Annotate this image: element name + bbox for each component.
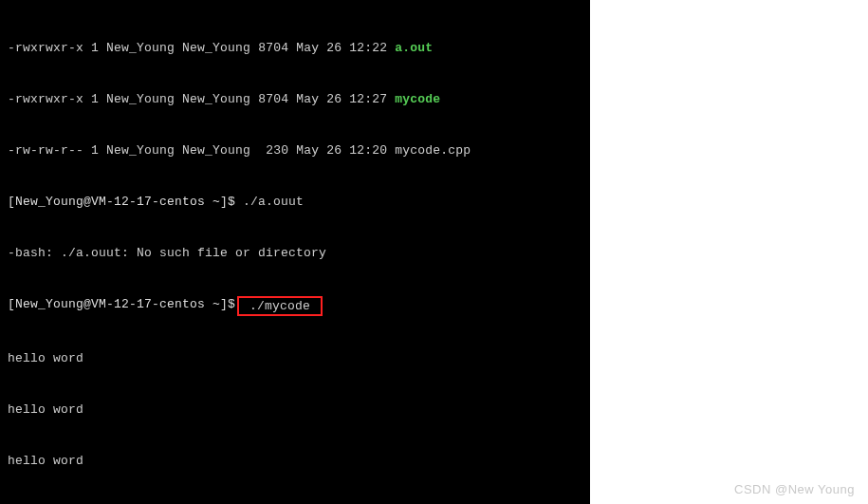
ls-row: -rwxrwxr-x 1 New_Young New_Young 8704 Ma… (8, 40, 582, 57)
output-row: hello word (8, 401, 582, 419)
highlighted-command: ./mycode (237, 296, 323, 316)
ls-row: -rw-rw-r-- 1 New_Young New_Young 230 May… (8, 142, 582, 159)
file-mycode-cpp: mycode.cpp (395, 143, 471, 158)
prompt-line-highlighted: [New_Young@VM-12-17-centos ~]$ ./mycode (8, 296, 582, 316)
ls-row: -rwxrwxr-x 1 New_Young New_Young 8704 Ma… (8, 91, 582, 108)
file-a-out: a.out (395, 41, 433, 55)
output-row: hello word (8, 350, 582, 367)
output-row: hello word (8, 453, 582, 470)
watermark-text: CSDN @New Young (734, 482, 855, 496)
prompt-line: [New_Young@VM-12-17-centos ~]$ ./a.ouut (8, 194, 582, 211)
file-mycode: mycode (395, 92, 440, 106)
terminal-output: -rwxrwxr-x 1 New_Young New_Young 8704 Ma… (0, 0, 590, 504)
error-line: -bash: ./a.ouut: No such file or directo… (8, 245, 582, 262)
